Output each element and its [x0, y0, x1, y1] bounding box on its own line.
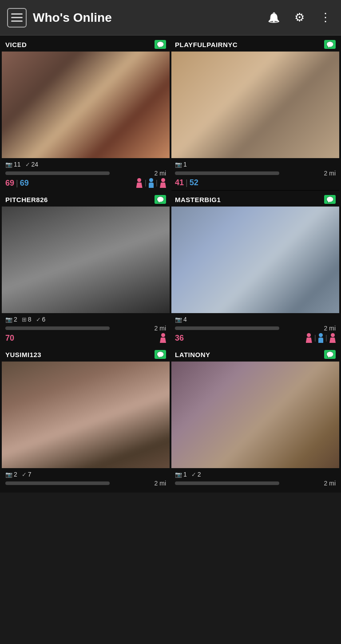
location-bar	[5, 481, 110, 485]
message-button[interactable]	[155, 40, 166, 49]
card-footer: 1 2 2 mi	[171, 468, 339, 491]
username-label: VICED	[5, 41, 27, 48]
stats-row: 11 24	[5, 161, 166, 168]
photo-count: 11	[5, 161, 21, 168]
app-header: Who's Online ⋮	[0, 0, 341, 36]
distance-label: 2 mi	[324, 480, 336, 487]
more-options-button[interactable]: ⋮	[316, 9, 334, 27]
gender-icons: ||	[136, 178, 166, 188]
username-label: MASTERBIG1	[175, 196, 221, 203]
card-header: LATINONY	[171, 347, 339, 362]
card-yusimi123[interactable]: YUSIMI123 2 7 2 mi	[2, 347, 170, 491]
card-header: MASTERBIG1	[171, 192, 339, 207]
age-female: 41	[175, 178, 184, 187]
age-divider: |	[186, 178, 188, 187]
message-button[interactable]	[324, 350, 336, 359]
age-gender-row: 36 ||	[175, 333, 336, 343]
username-label: PLAYFULPAIRNYC	[175, 41, 238, 48]
settings-button[interactable]	[290, 9, 308, 27]
gender-divider: |	[325, 334, 327, 342]
card-header: VICED	[2, 37, 170, 52]
photo-count: 2	[5, 316, 17, 323]
photo-count: 1	[175, 161, 187, 168]
gender-divider: |	[145, 179, 147, 187]
male-icon	[149, 178, 154, 188]
stats-row: 4	[175, 316, 336, 323]
age-gender-row: 41|52	[175, 178, 336, 187]
verified-count: 2	[191, 471, 201, 478]
message-button[interactable]	[324, 40, 336, 49]
camera-icon	[5, 161, 12, 168]
age-group: 70	[5, 334, 14, 343]
camera-icon	[175, 471, 182, 478]
age-gender-row: 69|69 ||	[5, 178, 166, 188]
profile-photo	[171, 207, 339, 313]
photo-count: 2	[5, 471, 17, 478]
menu-icon[interactable]	[7, 8, 27, 28]
distance-row: 2 mi	[5, 480, 166, 487]
stats-row: 2 8 6	[5, 316, 166, 323]
message-button[interactable]	[155, 350, 166, 359]
age-group: 69|69	[5, 179, 29, 188]
age-female: 36	[175, 334, 184, 343]
male-icon	[318, 333, 323, 343]
username-label: LATINONY	[175, 351, 210, 358]
check-icon	[22, 471, 27, 478]
photo-count: 4	[175, 316, 187, 323]
check-icon	[36, 316, 41, 323]
card-header: PITCHER826	[2, 192, 170, 207]
distance-label: 2 mi	[155, 325, 166, 332]
distance-row: 2 mi	[5, 325, 166, 332]
photo-blur	[2, 207, 170, 313]
card-header: PLAYFULPAIRNYC	[171, 37, 339, 52]
card-footer: 4 2 mi 36 ||	[171, 313, 339, 346]
stats-row: 2 7	[5, 471, 166, 478]
age-male: 69	[20, 179, 29, 188]
verified-count: 6	[36, 316, 46, 323]
distance-label: 2 mi	[155, 480, 166, 487]
verified-count: 7	[22, 471, 32, 478]
header-actions: ⋮	[265, 9, 334, 27]
message-button[interactable]	[155, 195, 166, 204]
card-masterbig1[interactable]: MASTERBIG1 4 2 mi 36 ||	[171, 192, 339, 346]
card-playfulpairnyc[interactable]: PLAYFULPAIRNYC 1 2 mi 41|52	[171, 37, 339, 191]
gender-divider: |	[314, 334, 316, 342]
gender-divider: |	[156, 179, 158, 187]
photo-blur	[171, 207, 339, 313]
gender-icons: ||	[306, 333, 336, 343]
age-female: 69	[5, 179, 14, 188]
distance-label: 2 mi	[155, 170, 166, 177]
profile-photo	[2, 362, 170, 468]
distance-label: 2 mi	[324, 170, 336, 177]
stats-row: 1	[175, 161, 336, 168]
age-male: 52	[190, 178, 198, 187]
camera-icon	[5, 471, 12, 478]
user-grid: VICED 11 24 2 mi 69|69 || PLAYFULPAIRNYC	[0, 36, 341, 493]
gender-icons	[160, 333, 166, 343]
card-footer: 11 24 2 mi 69|69 ||	[2, 158, 170, 191]
card-latinony[interactable]: LATINONY 1 2 2 mi	[171, 347, 339, 491]
card-viced[interactable]: VICED 11 24 2 mi 69|69 ||	[2, 37, 170, 191]
card-pitcher826[interactable]: PITCHER826 2 8 6 2 mi 70	[2, 192, 170, 346]
profile-photo	[171, 52, 339, 158]
distance-label: 2 mi	[324, 325, 336, 332]
card-header: YUSIMI123	[2, 347, 170, 362]
message-button[interactable]	[324, 195, 336, 204]
card-footer: 2 7 2 mi	[2, 468, 170, 491]
age-group: 36	[175, 334, 184, 343]
check-icon	[25, 161, 30, 168]
female-icon	[306, 333, 312, 343]
photo-count: 1	[175, 471, 187, 478]
location-bar	[5, 171, 110, 175]
verified-count: 24	[25, 161, 39, 168]
location-bar	[175, 326, 279, 330]
age-female: 70	[5, 334, 14, 343]
profile-photo	[171, 362, 339, 468]
notifications-button[interactable]	[265, 9, 282, 27]
photo-blur	[2, 52, 170, 158]
photo-blur	[171, 52, 339, 158]
age-group: 41|52	[175, 178, 198, 187]
female-icon	[160, 333, 166, 343]
page-title: Who's Online	[33, 11, 265, 25]
distance-row: 2 mi	[5, 170, 166, 177]
